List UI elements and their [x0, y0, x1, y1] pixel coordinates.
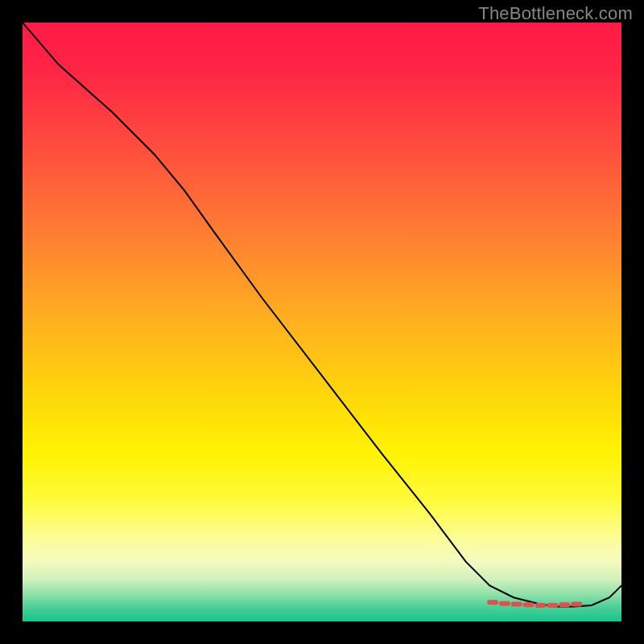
plot-area: [23, 23, 621, 621]
highlight-marker: [559, 602, 570, 607]
highlight-marker: [523, 602, 535, 607]
chart-svg: [23, 23, 621, 621]
highlight-marker: [547, 603, 558, 608]
highlight-marker: [571, 601, 582, 606]
highlight-marker: [535, 603, 547, 608]
attribution-label: TheBottleneck.com: [478, 3, 633, 24]
highlight-marker: [487, 600, 498, 605]
highlight-marker: [499, 601, 510, 606]
highlight-marker: [511, 601, 522, 606]
chart-frame: TheBottleneck.com: [0, 0, 644, 644]
